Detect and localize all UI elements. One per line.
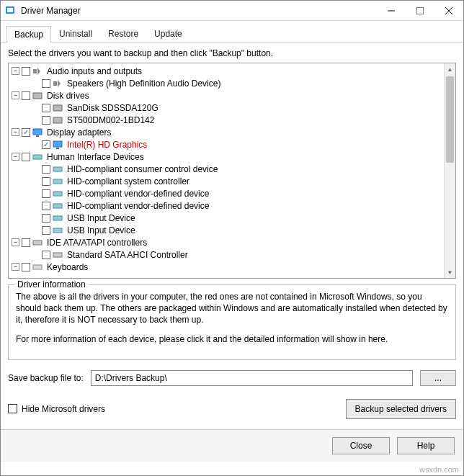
node-label: Audio inputs and outputs (47, 66, 142, 76)
keyboard-icon (32, 263, 44, 271)
tree-node-hid-vendor2[interactable]: HID-compliant vendor-defined device (10, 199, 444, 212)
tree-node-sata[interactable]: Standard SATA AHCI Controller (10, 248, 444, 261)
tree-node-display[interactable]: − Display adapters (10, 126, 444, 138)
checkbox[interactable] (42, 104, 50, 112)
checkbox[interactable] (22, 91, 30, 100)
checkbox[interactable] (42, 116, 50, 125)
info-text: The above is all the drivers in your com… (16, 291, 448, 345)
checkbox[interactable] (42, 165, 50, 174)
tree-node-intel-hd[interactable]: Intel(R) HD Graphics (10, 138, 444, 151)
checkbox-box[interactable] (8, 404, 17, 413)
tree-node-keyboards[interactable]: − Keyboards (10, 261, 444, 273)
svg-rect-18 (53, 192, 62, 196)
tree-node-hid-consumer[interactable]: HID-compliant consumer control device (10, 163, 444, 175)
svg-rect-19 (53, 204, 62, 208)
scroll-down-button[interactable]: ▼ (445, 266, 455, 278)
svg-rect-1 (7, 8, 13, 12)
tree-node-hid[interactable]: − Human Interface Devices (10, 151, 444, 163)
tree-node-st500[interactable]: ST500DM002-1BD142 (10, 114, 444, 126)
maximize-button[interactable] (406, 1, 434, 21)
tab-restore[interactable]: Restore (100, 25, 146, 42)
checkbox[interactable] (42, 79, 50, 88)
tab-uninstall[interactable]: Uninstall (51, 25, 100, 42)
node-label: Standard SATA AHCI Controller (67, 250, 188, 260)
hid-icon (53, 214, 64, 223)
svg-rect-14 (56, 148, 59, 149)
scroll-thumb[interactable] (446, 76, 454, 163)
checkbox[interactable] (22, 238, 30, 247)
backup-selected-button[interactable]: Backup selected drivers (346, 399, 456, 419)
node-label: Disk drives (47, 91, 89, 101)
close-button[interactable] (434, 1, 463, 21)
tree-node-disk[interactable]: − Disk drives (10, 89, 444, 102)
tree-node-speakers[interactable]: Speakers (High Definition Audio Device) (10, 77, 444, 89)
checkbox[interactable] (42, 202, 50, 210)
tab-backup[interactable]: Backup (6, 26, 51, 42)
checkbox[interactable] (42, 226, 50, 235)
svg-rect-20 (53, 216, 62, 220)
driver-manager-window: Driver Manager Backup Uninstall Restore … (0, 0, 464, 476)
node-label: HID-compliant vendor-defined device (67, 201, 209, 211)
svg-rect-12 (36, 135, 39, 137)
checkbox[interactable] (42, 214, 50, 223)
collapse-icon[interactable]: − (12, 263, 19, 271)
node-label: HID-compliant consumer control device (67, 164, 218, 174)
hid-icon (53, 165, 64, 174)
tree-node-hid-vendor1[interactable]: HID-compliant vendor-defined device (10, 187, 444, 199)
minimize-button[interactable] (377, 1, 406, 21)
svg-rect-22 (33, 241, 42, 245)
checkbox[interactable] (42, 189, 50, 198)
tree-body[interactable]: − Audio inputs and outputs Speakers (Hig… (9, 63, 444, 278)
checkbox-checked[interactable] (42, 140, 50, 149)
hid-icon (53, 189, 64, 198)
vertical-scrollbar[interactable]: ▲ ▼ (444, 63, 455, 278)
checkbox[interactable] (22, 67, 30, 76)
collapse-icon[interactable]: − (12, 153, 19, 161)
disk-icon (53, 104, 64, 112)
collapse-icon[interactable]: − (12, 67, 19, 75)
node-label: Human Interface Devices (47, 152, 144, 162)
tree-node-usb1[interactable]: USB Input Device (10, 212, 444, 224)
window-title: Driver Manager (21, 6, 377, 16)
driver-tree: − Audio inputs and outputs Speakers (Hig… (8, 63, 456, 279)
help-button[interactable]: Help (397, 437, 455, 454)
checkbox[interactable] (22, 263, 30, 271)
checkbox[interactable] (22, 153, 30, 161)
close-dialog-button[interactable]: Close (332, 437, 390, 454)
hid-icon (32, 153, 44, 161)
browse-button[interactable]: ... (420, 370, 456, 386)
node-label: HID-compliant system controller (67, 176, 189, 187)
save-to-label: Save backup file to: (8, 373, 84, 383)
tree-node-audio[interactable]: − Audio inputs and outputs (10, 65, 444, 77)
ide-icon (53, 251, 64, 259)
instruction-text: Select the drivers you want to backup an… (1, 42, 463, 63)
tree-node-sandisk[interactable]: SanDisk SDSSDA120G (10, 102, 444, 114)
collapse-icon[interactable]: − (12, 91, 19, 99)
tree-node-hid-system[interactable]: HID-compliant system controller (10, 175, 444, 187)
info-paragraph: For more information of each device, ple… (16, 333, 448, 345)
display-icon (53, 140, 64, 149)
node-label: SanDisk SDSSDA120G (67, 103, 159, 113)
app-icon (5, 5, 17, 17)
svg-rect-21 (53, 228, 62, 233)
checkbox[interactable] (42, 177, 50, 186)
tree-node-ide[interactable]: − IDE ATA/ATAPI controllers (10, 236, 444, 248)
svg-rect-6 (33, 69, 37, 73)
svg-rect-10 (53, 117, 62, 123)
hid-icon (53, 226, 64, 235)
tree-node-usb2[interactable]: USB Input Device (10, 224, 444, 236)
disk-icon (53, 116, 64, 125)
svg-rect-23 (53, 253, 62, 257)
speaker-icon (53, 79, 64, 88)
hide-ms-drivers-checkbox[interactable]: Hide Microsoft drivers (8, 404, 105, 414)
svg-rect-16 (53, 167, 62, 171)
collapse-icon[interactable]: − (12, 128, 19, 136)
save-path-input[interactable] (91, 370, 413, 386)
node-label: USB Input Device (67, 213, 135, 223)
checkbox-checked[interactable] (22, 128, 30, 137)
checkbox[interactable] (42, 251, 50, 259)
scroll-up-button[interactable]: ▲ (445, 63, 455, 75)
collapse-icon[interactable]: − (12, 238, 19, 246)
tab-update[interactable]: Update (146, 25, 190, 42)
svg-rect-8 (33, 93, 42, 99)
